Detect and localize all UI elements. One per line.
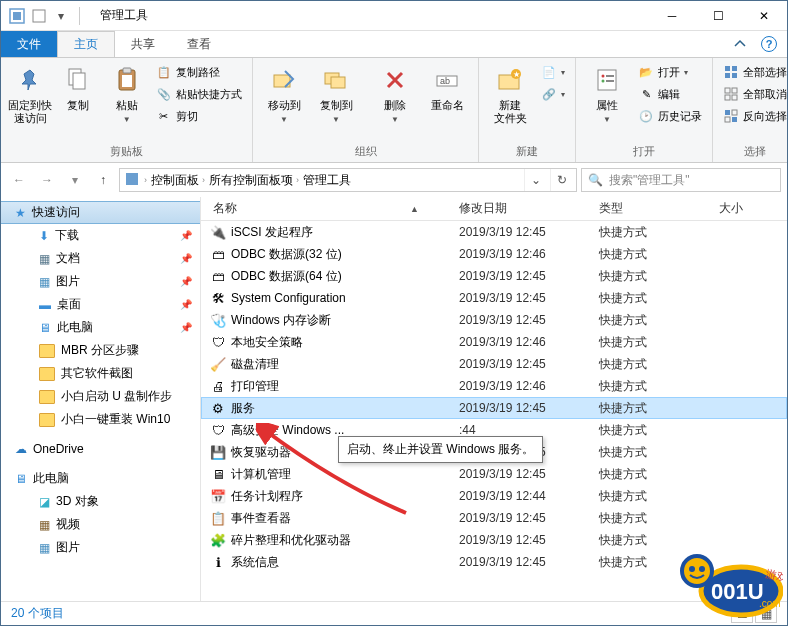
cut-button[interactable]: ✂剪切 bbox=[152, 106, 246, 126]
table-row[interactable]: 🖨打印管理2019/3/19 12:46快捷方式 bbox=[201, 375, 787, 397]
nav-onedrive[interactable]: ☁OneDrive bbox=[1, 439, 200, 459]
nav-thispc[interactable]: 🖥此电脑📌 bbox=[1, 316, 200, 339]
col-date[interactable]: 修改日期 bbox=[459, 200, 599, 217]
table-row[interactable]: 📋事件查看器2019/3/19 12:45快捷方式 bbox=[201, 507, 787, 529]
file-date: 2019/3/19 12:45 bbox=[459, 555, 599, 569]
file-icon: 🧩 bbox=[209, 532, 227, 548]
nav-video[interactable]: ▦视频 bbox=[1, 513, 200, 536]
properties-button[interactable]: 属性▼ bbox=[582, 60, 632, 125]
file-name: 服务 bbox=[227, 400, 459, 417]
table-row[interactable]: 🧹磁盘清理2019/3/19 12:45快捷方式 bbox=[201, 353, 787, 375]
invert-selection-button[interactable]: 反向选择 bbox=[719, 106, 788, 126]
newfolder-button[interactable]: ★ 新建 文件夹 bbox=[485, 60, 535, 125]
paste-shortcut-button[interactable]: 📎粘贴快捷方式 bbox=[152, 84, 246, 104]
pc-icon: 🖥 bbox=[15, 472, 27, 486]
organize-group-label: 组织 bbox=[259, 142, 472, 162]
file-list[interactable]: 🔌iSCSI 发起程序2019/3/19 12:45快捷方式🗃ODBC 数据源(… bbox=[201, 221, 787, 601]
col-name[interactable]: 名称▲ bbox=[201, 200, 459, 217]
table-row[interactable]: ⚙服务2019/3/19 12:45快捷方式 bbox=[201, 397, 787, 419]
address-dropdown[interactable]: ⌄ bbox=[524, 169, 546, 191]
address-bar[interactable]: › 控制面板› 所有控制面板项› 管理工具 ⌄ ↻ bbox=[119, 168, 577, 192]
svg-rect-10 bbox=[331, 77, 345, 88]
refresh-button[interactable]: ↻ bbox=[550, 169, 572, 191]
table-row[interactable]: 🗃ODBC 数据源(32 位)2019/3/19 12:46快捷方式 bbox=[201, 243, 787, 265]
search-box[interactable]: 🔍 搜索"管理工具" bbox=[581, 168, 781, 192]
nav-downloads[interactable]: ⬇下载📌 bbox=[1, 224, 200, 247]
nav-desktop[interactable]: ▬桌面📌 bbox=[1, 293, 200, 316]
easy-access-button[interactable]: 🔗▾ bbox=[537, 84, 569, 104]
delete-button[interactable]: 删除▼ bbox=[370, 60, 420, 125]
file-type: 快捷方式 bbox=[599, 400, 719, 417]
svg-text:ab: ab bbox=[440, 76, 450, 86]
recent-dropdown[interactable]: ▾ bbox=[63, 168, 87, 192]
tab-share[interactable]: 共享 bbox=[115, 31, 171, 57]
copy-path-button[interactable]: 📋复制路径 bbox=[152, 62, 246, 82]
svg-rect-18 bbox=[606, 75, 614, 77]
col-type[interactable]: 类型 bbox=[599, 200, 719, 217]
file-icon: 🩺 bbox=[209, 312, 227, 328]
table-row[interactable]: 🔌iSCSI 发起程序2019/3/19 12:45快捷方式 bbox=[201, 221, 787, 243]
nav-pictures[interactable]: ▦图片📌 bbox=[1, 270, 200, 293]
table-row[interactable]: 🛡本地安全策略2019/3/19 12:46快捷方式 bbox=[201, 331, 787, 353]
file-name: ODBC 数据源(32 位) bbox=[227, 246, 459, 263]
edit-button[interactable]: ✎编辑 bbox=[634, 84, 706, 104]
open-button[interactable]: 📂打开▾ bbox=[634, 62, 706, 82]
file-icon: 📅 bbox=[209, 488, 227, 504]
close-button[interactable]: ✕ bbox=[741, 1, 787, 31]
history-button[interactable]: 🕑历史记录 bbox=[634, 106, 706, 126]
ribbon-collapse-icon[interactable] bbox=[723, 31, 757, 57]
table-row[interactable]: 🖥计算机管理2019/3/19 12:45快捷方式 bbox=[201, 463, 787, 485]
file-date: 2019/3/19 12:44 bbox=[459, 489, 599, 503]
help-icon[interactable]: ? bbox=[761, 36, 777, 52]
copy-button[interactable]: 复制 bbox=[55, 60, 101, 112]
nav-xb-win10[interactable]: 小白一键重装 Win10 bbox=[1, 408, 200, 431]
file-name: Windows 内存诊断 bbox=[227, 312, 459, 329]
up-button[interactable]: ↑ bbox=[91, 168, 115, 192]
table-row[interactable]: 🛠System Configuration2019/3/19 12:45快捷方式 bbox=[201, 287, 787, 309]
paste-button[interactable]: 粘贴 ▼ bbox=[104, 60, 150, 125]
new-item-button[interactable]: 📄▾ bbox=[537, 62, 569, 82]
table-row[interactable]: 📅任务计划程序2019/3/19 12:44快捷方式 bbox=[201, 485, 787, 507]
breadcrumb-admintools[interactable]: 管理工具 bbox=[303, 172, 351, 189]
file-name: 系统信息 bbox=[227, 554, 459, 571]
address-icon bbox=[124, 171, 140, 190]
qat-properties-icon[interactable] bbox=[31, 8, 47, 24]
nav-3d[interactable]: ◪3D 对象 bbox=[1, 490, 200, 513]
ribbon-group-organize: 移动到▼ 复制到▼ 删除▼ ab 重命名 组织 bbox=[253, 58, 479, 162]
copypath-icon: 📋 bbox=[156, 64, 172, 80]
nav-mbr[interactable]: MBR 分区步骤 bbox=[1, 339, 200, 362]
forward-button[interactable]: → bbox=[35, 168, 59, 192]
file-icon: 🖥 bbox=[209, 466, 227, 482]
nav-xb-u[interactable]: 小白启动 U 盘制作步 bbox=[1, 385, 200, 408]
nav-pics2[interactable]: ▦图片 bbox=[1, 536, 200, 559]
table-row[interactable]: 🗃ODBC 数据源(64 位)2019/3/19 12:45快捷方式 bbox=[201, 265, 787, 287]
tab-view[interactable]: 查看 bbox=[171, 31, 227, 57]
tab-home[interactable]: 主页 bbox=[57, 31, 115, 57]
svg-point-39 bbox=[699, 566, 705, 572]
rename-button[interactable]: ab 重命名 bbox=[422, 60, 472, 112]
file-type: 快捷方式 bbox=[599, 422, 719, 439]
pin-quick-access-button[interactable]: 固定到快 速访问 bbox=[7, 60, 53, 125]
select-all-button[interactable]: 全部选择 bbox=[719, 62, 788, 82]
nav-quick-access[interactable]: ★快速访问 bbox=[1, 201, 200, 224]
pics-icon: ▦ bbox=[39, 275, 50, 289]
svg-text:★: ★ bbox=[513, 70, 520, 79]
maximize-button[interactable]: ☐ bbox=[695, 1, 741, 31]
qat-dropdown-icon[interactable]: ▾ bbox=[53, 8, 69, 24]
breadcrumb-controlpanel[interactable]: 控制面板› bbox=[151, 172, 205, 189]
select-none-button[interactable]: 全部取消 bbox=[719, 84, 788, 104]
breadcrumb-allitems[interactable]: 所有控制面板项› bbox=[209, 172, 299, 189]
col-size[interactable]: 大小 bbox=[719, 200, 779, 217]
minimize-button[interactable]: ─ bbox=[649, 1, 695, 31]
tab-file[interactable]: 文件 bbox=[1, 31, 57, 57]
moveto-button[interactable]: 移动到▼ bbox=[259, 60, 309, 125]
svg-rect-20 bbox=[606, 80, 614, 82]
table-row[interactable]: 🩺Windows 内存诊断2019/3/19 12:45快捷方式 bbox=[201, 309, 787, 331]
file-icon: 🛡 bbox=[209, 422, 227, 438]
nav-other-sw[interactable]: 其它软件截图 bbox=[1, 362, 200, 385]
table-row[interactable]: 🧩碎片整理和优化驱动器2019/3/19 12:45快捷方式 bbox=[201, 529, 787, 551]
nav-documents[interactable]: ▦文档📌 bbox=[1, 247, 200, 270]
copyto-button[interactable]: 复制到▼ bbox=[311, 60, 361, 125]
nav-thispc2[interactable]: 🖥此电脑 bbox=[1, 467, 200, 490]
back-button[interactable]: ← bbox=[7, 168, 31, 192]
